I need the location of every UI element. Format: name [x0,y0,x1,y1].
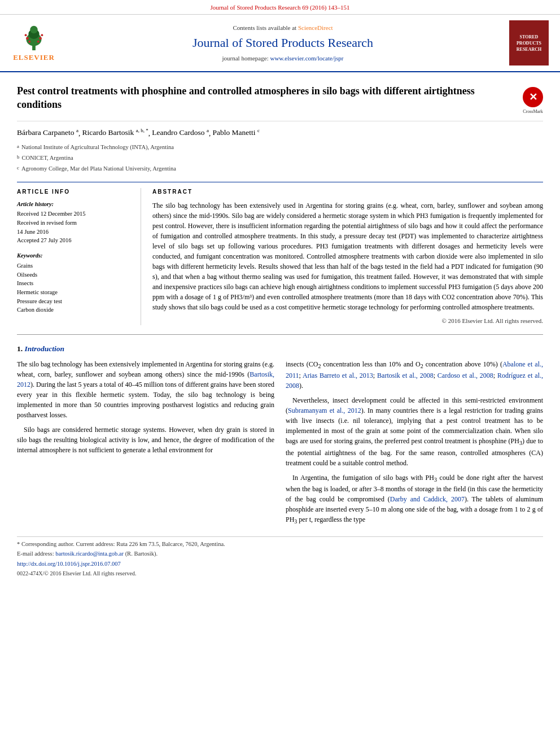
intro-left-col: The silo bag technology has been extensi… [17,359,274,531]
elsevier-brand-text: ELSEVIER [13,53,55,63]
contents-label: Contents lists available at [233,24,296,31]
subramanyam-link[interactable]: Subramanyam et al., 2012 [288,407,361,414]
journal-name: Journal of Stored Products Research [63,34,502,52]
svg-point-4 [26,37,29,40]
abstract-text: The silo bag technology has been extensi… [152,200,543,312]
arias-link[interactable]: Arias Barreto et al., 2013 [303,372,373,379]
doi-link[interactable]: http://dx.doi.org/10.1016/j.jspr.2016.07… [17,561,121,567]
section-title-text: Introduction [25,344,65,353]
copyright-line: © 2016 Elsevier Ltd. All rights reserved… [152,317,543,325]
homepage-label: journal homepage: [222,55,269,62]
affiliation-2: b CONICET, Argentina [17,154,543,164]
keyword-6: Carbon dioxide [17,306,133,314]
accepted-date: Accepted 27 July 2016 [17,237,133,245]
keywords-list: Grains Oilseeds Insects Hermetic storage… [17,262,133,314]
abstract-column: ABSTRACT The silo bag technology has bee… [152,188,543,325]
journal-homepage-url[interactable]: www.elsevier.com/locate/jspr [270,55,343,62]
introduction-heading: 1. Introduction [17,344,543,355]
crossmark-icon[interactable]: ✕ [523,87,543,107]
footer-section: * Corresponding author. Current address:… [17,536,543,578]
section-divider [17,334,543,335]
article-info-abstract-section: ARTICLE INFO Article history: Received 1… [17,182,543,325]
abstract-header: ABSTRACT [152,188,543,196]
email-link[interactable]: bartosik.ricardo@inta.gob.ar [55,551,124,557]
keywords-section: Keywords: Grains Oilseeds Insects Hermet… [17,252,133,314]
journal-cover-image: STORED PRODUCTS RESEARCH [509,20,549,65]
issn-rights: 0022-474X/© 2016 Elsevier Ltd. All right… [17,570,543,578]
journal-homepage-line: journal homepage: www.elsevier.com/locat… [63,54,502,63]
affil-text-1: National Institute of Agricultural Techn… [21,143,174,153]
intro-para-2: Silo bags are considered hermetic storag… [17,425,274,455]
corresponding-note: * Corresponding author. Current address:… [17,540,543,549]
main-content: Pest control treatments with phosphine a… [0,72,560,588]
elsevier-logo-area: ELSEVIER [11,23,56,63]
keyword-3: Insects [17,279,133,288]
affil-sup-2: b [17,154,19,164]
keyword-2: Oilseeds [17,271,133,279]
cardoso-link[interactable]: Cardoso et al., 2008 [438,372,493,379]
email-suffix: (R. Bartosik). [125,551,158,557]
crossmark-label: CrossMark [523,108,543,115]
revised-date: 14 June 2016 [17,228,133,237]
article-title: Pest control treatments with phosphine a… [17,85,516,111]
email-label: E-mail address: [17,551,54,557]
affil-sup-3: c [17,164,19,174]
author-1: Bárbara Carpaneto a [17,128,78,137]
section-number: 1. [17,344,25,353]
elsevier-tree-icon [17,23,51,51]
svg-point-6 [25,34,27,37]
affil-text-3: Agronomy College, Mar del Plata National… [21,164,176,174]
cover-text: STORED PRODUCTS RESEARCH [511,34,546,53]
sciencedirect-line: Contents lists available at ScienceDirec… [63,24,502,32]
svg-point-7 [41,34,43,37]
page: Journal of Stored Products Research 69 (… [0,0,560,747]
corresponding-text: * Corresponding author. Current address:… [17,541,225,547]
journal-title-area: Contents lists available at ScienceDirec… [63,24,502,63]
bartosik-2012-link[interactable]: Bartosik, 2012 [17,370,274,388]
authors-section: Bárbara Carpaneto a, Ricardo Bartosik a,… [17,127,543,138]
affiliation-1: a National Institute of Agricultural Tec… [17,143,543,153]
introduction-section: 1. Introduction The silo bag technology … [17,344,543,530]
received-revised-label: Received in revised form [17,219,133,228]
affiliation-3: c Agronomy College, Mar del Plata Nation… [17,164,543,174]
crossmark-area[interactable]: ✕ CrossMark [523,87,543,115]
affil-sup-1: a [17,143,19,153]
affil-text-2: CONICET, Argentina [21,154,73,164]
intro-para-1: The silo bag technology has been extensi… [17,359,274,420]
darby-link[interactable]: Darby and Caddick, 2007 [390,495,465,503]
introduction-two-col: The silo bag technology has been extensi… [17,359,543,531]
article-history: Article history: Received 12 December 20… [17,200,133,245]
keyword-4: Hermetic storage [17,289,133,297]
journal-header: ELSEVIER Contents lists available at Sci… [0,15,560,72]
article-title-section: Pest control treatments with phosphine a… [17,79,543,121]
author-2: Ricardo Bartosik a, b, * [82,128,148,137]
history-title: Article history: [17,200,133,209]
article-info-header: ARTICLE INFO [17,188,133,196]
intro-para-3: insects (CO2 concentration less than 10%… [286,359,543,391]
intro-right-col: insects (CO2 concentration less than 10%… [286,359,543,531]
intro-para-4: Nevertheless, insect development could b… [286,395,543,468]
svg-point-3 [30,26,37,33]
keyword-5: Pressure decay test [17,298,133,306]
author-3: Leandro Cardoso a [152,128,209,137]
journal-citation: Journal of Stored Products Research 69 (… [210,4,349,11]
intro-para-5: In Argentina, the fumigation of silo bag… [286,473,543,526]
affiliations-section: a National Institute of Agricultural Tec… [17,143,543,175]
keywords-title: Keywords: [17,252,133,260]
article-info-column: ARTICLE INFO Article history: Received 1… [17,188,141,325]
email-note: E-mail address: bartosik.ricardo@inta.go… [17,550,543,558]
bartosik-2008-link[interactable]: Bartosik et al., 2008 [377,372,434,379]
doi-line[interactable]: http://dx.doi.org/10.1016/j.jspr.2016.07… [17,560,543,569]
svg-point-5 [39,37,42,40]
svg-point-9 [37,41,40,43]
sciencedirect-link[interactable]: ScienceDirect [298,24,333,31]
top-citation-bar: Journal of Stored Products Research 69 (… [0,0,560,15]
received-date: Received 12 December 2015 [17,210,133,219]
keyword-1: Grains [17,262,133,270]
author-4: Pablo Manetti c [212,128,260,137]
svg-point-8 [28,41,30,43]
